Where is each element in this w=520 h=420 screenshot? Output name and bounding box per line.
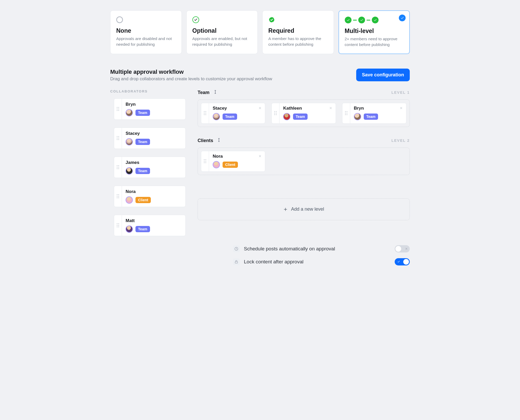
level-member-card[interactable]: NoraClient (201, 151, 265, 172)
schedule-toggle[interactable]: ✕ (395, 245, 410, 252)
drag-handle-icon[interactable] (114, 186, 122, 207)
collaborator-card[interactable]: JamesTeam (114, 157, 186, 178)
member-name: Nora (213, 154, 261, 159)
option-title: None (116, 27, 176, 34)
drag-handle-icon[interactable] (201, 103, 209, 123)
remove-member-button[interactable] (257, 105, 263, 112)
avatar (126, 109, 133, 116)
approval-level: ClientsLEVEL 2NoraClient (198, 137, 410, 175)
level-dropzone[interactable]: StaceyTeamKathleenTeamBrynTeam (198, 99, 410, 127)
check-outline-icon (192, 16, 199, 23)
workflow-section-header: Multiple approval workflow Drag and drop… (110, 69, 410, 82)
workflow-title: Multiple approval workflow (110, 69, 272, 75)
option-description: Approvals are disabled and not needed fo… (116, 36, 176, 48)
drag-handle-icon[interactable] (201, 151, 209, 171)
avatar (126, 167, 133, 175)
empty-circle-icon (116, 16, 123, 23)
drag-handle-icon[interactable] (272, 103, 280, 123)
approval-option-multi[interactable]: Multi-level2+ members need to approve co… (339, 10, 410, 54)
remove-member-button[interactable] (328, 105, 334, 112)
collaborator-card[interactable]: MattTeam (114, 215, 186, 236)
collaborators-list: BrynTeamStaceyTeamJamesTeamNoraClientMat… (110, 98, 186, 236)
lock-toggle[interactable] (395, 258, 410, 265)
role-chip: Team (364, 114, 378, 120)
lock-icon (233, 258, 240, 265)
rename-level-icon[interactable] (216, 137, 222, 144)
setting-schedule-on-approval: Schedule posts automatically on approval… (233, 245, 410, 252)
remove-member-button[interactable] (398, 105, 404, 112)
level-dropzone[interactable]: NoraClient (198, 148, 410, 175)
clock-icon (233, 245, 240, 252)
role-chip: Team (293, 114, 308, 120)
check-circle-icon (345, 17, 352, 23)
drag-handle-icon[interactable] (114, 128, 122, 149)
workflow-settings: Schedule posts automatically on approval… (198, 245, 410, 265)
member-name: Stacey (213, 106, 261, 111)
setting-lock-after-approval: Lock content after approval (233, 258, 410, 265)
collaborator-card[interactable]: NoraClient (114, 186, 186, 207)
lock-setting-label: Lock content after approval (244, 259, 303, 265)
collaborator-card[interactable]: StaceyTeam (114, 128, 186, 149)
levels-panel: TeamLEVEL 1StaceyTeamKathleenTeamBrynTea… (198, 89, 410, 265)
avatar (283, 113, 290, 120)
schedule-setting-label: Schedule posts automatically on approval (244, 246, 335, 252)
check-circle-icon (372, 17, 379, 23)
collaborator-name: Bryn (126, 102, 182, 107)
approval-option-none[interactable]: NoneApprovals are disabled and not neede… (110, 10, 182, 54)
avatar (213, 113, 220, 120)
role-chip: Client (135, 197, 151, 203)
level-member-card[interactable]: StaceyTeam (201, 103, 265, 124)
drag-handle-icon[interactable] (114, 99, 122, 119)
plus-icon (283, 207, 288, 212)
rename-level-icon[interactable] (213, 89, 218, 96)
svg-rect-11 (235, 262, 237, 263)
selected-badge-icon (399, 15, 406, 21)
collaborator-name: Matt (126, 218, 182, 223)
drag-handle-icon[interactable] (114, 215, 122, 236)
level-member-card[interactable]: KathleenTeam (271, 103, 336, 124)
role-chip: Team (135, 139, 150, 145)
role-chip: Team (135, 110, 150, 116)
option-title: Multi-level (345, 28, 404, 35)
add-new-level-label: Add a new level (291, 206, 324, 212)
drag-handle-icon[interactable] (342, 103, 350, 123)
role-chip: Team (223, 114, 237, 120)
level-title: Clients (198, 138, 213, 143)
page: NoneApprovals are disabled and not neede… (104, 0, 416, 281)
option-description: Approvals are enabled, but not required … (192, 36, 252, 48)
level-number-label: LEVEL 2 (391, 138, 410, 143)
add-new-level-button[interactable]: Add a new level (198, 198, 410, 220)
option-description: A member has to approve the content befo… (268, 36, 328, 48)
role-chip: Team (135, 168, 150, 174)
level-title: Team (198, 90, 210, 95)
save-configuration-button[interactable]: Save configuration (356, 69, 410, 81)
collaborators-heading: COLLABORATORS (110, 89, 186, 93)
level-number-label: LEVEL 1 (391, 90, 410, 95)
levels-container: TeamLEVEL 1StaceyTeamKathleenTeamBrynTea… (198, 89, 410, 185)
avatar (354, 113, 361, 120)
level-member-card[interactable]: BrynTeam (342, 103, 406, 124)
remove-member-button[interactable] (257, 153, 263, 160)
collaborators-panel: COLLABORATORS BrynTeamStaceyTeamJamesTea… (110, 89, 186, 236)
approval-option-required[interactable]: RequiredA member has to approve the cont… (262, 10, 334, 54)
approval-level: TeamLEVEL 1StaceyTeamKathleenTeamBrynTea… (198, 89, 410, 127)
approval-option-optional[interactable]: OptionalApprovals are enabled, but not r… (186, 10, 258, 54)
collaborator-card[interactable]: BrynTeam (114, 98, 186, 120)
avatar (213, 161, 220, 168)
member-name: Kathleen (283, 106, 332, 111)
role-chip: Team (135, 226, 150, 232)
avatar (126, 196, 133, 204)
option-title: Optional (192, 27, 252, 34)
workflow-subtitle: Drag and drop collaborators and create l… (110, 76, 272, 82)
drag-handle-icon[interactable] (114, 157, 122, 178)
workflow-section-text: Multiple approval workflow Drag and drop… (110, 69, 272, 82)
option-description: 2+ members need to approve content befor… (345, 36, 404, 48)
collaborator-name: Stacey (126, 131, 182, 136)
check-circle-icon (358, 17, 365, 23)
collaborator-name: Nora (126, 189, 182, 194)
collaborator-name: James (126, 160, 182, 165)
workflow-workspace: COLLABORATORS BrynTeamStaceyTeamJamesTea… (110, 89, 410, 265)
avatar (126, 225, 133, 233)
role-chip: Client (223, 162, 238, 168)
check-seal-icon (268, 16, 275, 23)
